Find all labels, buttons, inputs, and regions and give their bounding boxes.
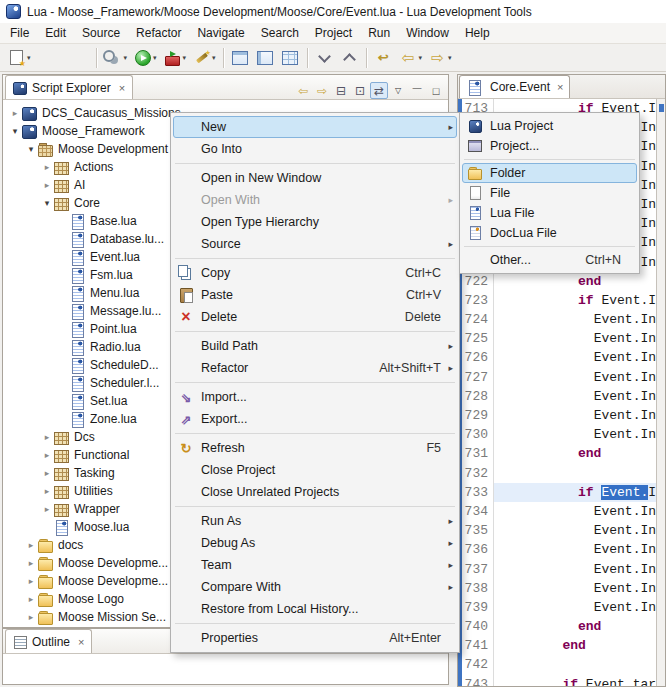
toolbar-button-external-tools[interactable]: ▾ xyxy=(160,47,190,69)
expander-icon[interactable]: ▾ xyxy=(9,126,21,136)
context-menu-item-import[interactable]: Import... xyxy=(173,386,457,408)
menubar-item-project[interactable]: Project xyxy=(307,23,360,43)
context-menu-item-restore-from-local-history[interactable]: Restore from Local History... xyxy=(173,598,457,620)
expander-icon[interactable]: ▸ xyxy=(41,450,53,460)
import-icon xyxy=(177,389,195,405)
expander-icon[interactable]: ▸ xyxy=(25,576,37,586)
menu-separator xyxy=(175,623,455,624)
context-menu-item-team[interactable]: Team xyxy=(173,554,457,576)
dropdown-arrow-icon[interactable]: ▾ xyxy=(212,54,216,62)
context-menu-item-export[interactable]: Export... xyxy=(173,408,457,430)
context-menu-item-go-into[interactable]: Go Into xyxy=(173,138,457,160)
expander-icon[interactable]: ▾ xyxy=(25,144,37,154)
toolbar-button-open-perspective[interactable] xyxy=(228,47,253,69)
context-menu-item-compare-with[interactable]: Compare With xyxy=(173,576,457,598)
expander-icon[interactable]: ▸ xyxy=(41,162,53,172)
outline-tab[interactable]: Outline xyxy=(5,629,92,653)
toolbar-button-next-annotation[interactable] xyxy=(312,47,337,69)
open-perspective-icon xyxy=(231,49,250,67)
menubar-item-search[interactable]: Search xyxy=(253,23,307,43)
expander-icon[interactable]: ▾ xyxy=(41,198,53,208)
submenu-item-lua-file[interactable]: Lua File xyxy=(462,203,637,223)
menubar-item-navigate[interactable]: Navigate xyxy=(189,23,252,43)
expander-icon[interactable]: ▸ xyxy=(41,468,53,478)
menubar-item-refactor[interactable]: Refactor xyxy=(128,23,189,43)
close-icon[interactable] xyxy=(78,636,84,648)
close-icon[interactable] xyxy=(119,82,125,94)
toolbar-button-previous-annotation[interactable] xyxy=(337,47,362,69)
forward-icon[interactable] xyxy=(313,82,331,99)
menubar-item-file[interactable]: File xyxy=(2,23,37,43)
menubar-item-help[interactable]: Help xyxy=(457,23,498,43)
context-menu-item-build-path[interactable]: Build Path xyxy=(173,335,457,357)
expander-icon[interactable]: ▸ xyxy=(9,108,21,118)
overview-marker[interactable] xyxy=(659,104,664,112)
toolbar-button-back[interactable]: ▾ xyxy=(396,47,426,69)
context-menu-item-new[interactable]: New xyxy=(173,116,457,138)
submenu-item-file[interactable]: File xyxy=(462,183,637,203)
menu-icon-blank xyxy=(177,484,195,500)
dropdown-arrow-icon[interactable]: ▾ xyxy=(183,54,187,62)
toolbar-button-run[interactable]: ▾ xyxy=(130,47,160,69)
dropdown-arrow-icon[interactable]: ▾ xyxy=(419,54,423,62)
context-menu-item-close-unrelated-projects[interactable]: Close Unrelated Projects xyxy=(173,481,457,503)
close-icon[interactable] xyxy=(557,81,563,93)
context-menu-item-close-project[interactable]: Close Project xyxy=(173,459,457,481)
expander-icon[interactable]: ▸ xyxy=(41,504,53,514)
context-menu-item-debug-as[interactable]: Debug As xyxy=(173,532,457,554)
menubar-item-edit[interactable]: Edit xyxy=(37,23,74,43)
code-line-736: 736 Event.IniUnitName = Event.IniDCSUnit… xyxy=(458,540,665,559)
code-line-740: 740 end xyxy=(458,617,665,636)
menubar-item-run[interactable]: Run xyxy=(360,23,398,43)
toolbar-button-new-wizard[interactable]: ▾ xyxy=(4,47,34,69)
context-menu-item-run-as[interactable]: Run As xyxy=(173,510,457,532)
context-menu-item-delete[interactable]: DeleteDelete xyxy=(173,306,457,328)
toolbar-button-debug[interactable]: ▾ xyxy=(101,47,131,69)
context-menu-item-open-type-hierarchy[interactable]: Open Type Hierarchy xyxy=(173,211,457,233)
toolbar-button-views[interactable] xyxy=(278,47,303,69)
expander-icon[interactable]: ▸ xyxy=(41,180,53,190)
overview-ruler[interactable] xyxy=(656,99,665,686)
menu-icon-blank xyxy=(177,360,195,376)
context-menu-item-properties[interactable]: PropertiesAlt+Enter xyxy=(173,627,457,649)
menubar-item-source[interactable]: Source xyxy=(74,23,128,43)
toolbar-button-launch-shortcut[interactable]: ▾ xyxy=(189,47,219,69)
expander-icon[interactable]: ▸ xyxy=(25,540,37,550)
back-icon[interactable] xyxy=(294,82,312,99)
context-menu-item-paste[interactable]: PasteCtrl+V xyxy=(173,284,457,306)
context-menu-item-copy[interactable]: CopyCtrl+C xyxy=(173,262,457,284)
dropdown-arrow-icon[interactable]: ▾ xyxy=(448,54,452,62)
focus-icon[interactable] xyxy=(351,82,369,99)
editor-tab-core-event[interactable]: Core.Event xyxy=(459,75,570,98)
context-menu-item-open-in-new-window[interactable]: Open in New Window xyxy=(173,167,457,189)
expander-icon[interactable]: ▸ xyxy=(25,558,37,568)
code-text: if Event.IniObjectCategory == Object.Cat… xyxy=(494,483,665,502)
dropdown-arrow-icon[interactable]: ▾ xyxy=(153,54,157,62)
context-menu-item-refactor[interactable]: RefactorAlt+Shift+T xyxy=(173,357,457,379)
submenu-item-other[interactable]: Other...Ctrl+N xyxy=(462,250,637,270)
lua-project-icon xyxy=(466,118,484,134)
toolbar-button-editor-area[interactable] xyxy=(253,47,278,69)
script-explorer-tab[interactable]: Script Explorer xyxy=(5,75,133,99)
maximize-icon[interactable] xyxy=(427,82,445,99)
submenu-item-project[interactable]: Project... xyxy=(462,136,637,156)
expander-icon[interactable]: ▸ xyxy=(41,486,53,496)
menubar-item-window[interactable]: Window xyxy=(398,23,457,43)
submenu-item-lua-project[interactable]: Lua Project xyxy=(462,116,637,136)
submenu-item-doclua-file[interactable]: DocLua File xyxy=(462,223,637,243)
submenu-item-folder[interactable]: Folder xyxy=(462,163,637,183)
context-menu-item-source[interactable]: Source xyxy=(173,233,457,255)
expander-icon[interactable]: ▸ xyxy=(25,594,37,604)
expander-icon[interactable]: ▸ xyxy=(25,612,37,622)
toolbar-button-forward[interactable]: ▾ xyxy=(425,47,455,69)
context-menu-item-refresh[interactable]: RefreshF5 xyxy=(173,437,457,459)
view-menu-icon[interactable] xyxy=(389,82,407,99)
dropdown-arrow-icon[interactable]: ▾ xyxy=(124,54,128,62)
minimize-icon[interactable] xyxy=(408,82,426,99)
toolbar-button-last-edit-location[interactable] xyxy=(371,47,396,69)
collapse-all-icon[interactable] xyxy=(332,82,350,99)
expander-icon[interactable]: ▸ xyxy=(41,432,53,442)
dropdown-arrow-icon[interactable]: ▾ xyxy=(27,54,31,62)
luafile-icon xyxy=(53,520,69,535)
link-with-editor-icon[interactable] xyxy=(370,82,388,99)
